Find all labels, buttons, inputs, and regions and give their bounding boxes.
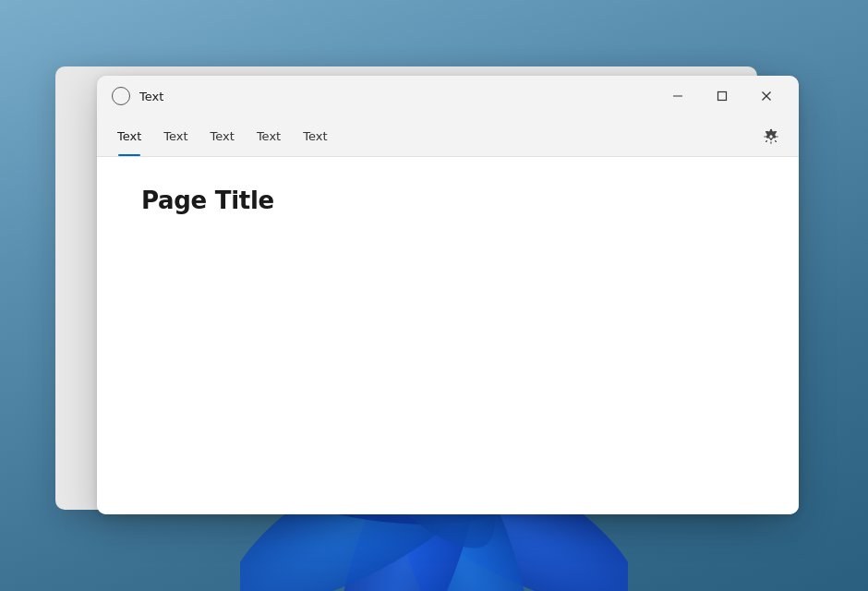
settings-button[interactable] [754, 120, 788, 153]
nav-bar: Text Text Text Text Text [97, 116, 799, 157]
minimize-button[interactable] [657, 81, 699, 111]
nav-tab-4[interactable]: Text [247, 124, 290, 149]
title-bar: Text [97, 76, 799, 116]
svg-rect-10 [718, 92, 727, 101]
title-bar-left: Text [112, 87, 657, 105]
page-title: Page Title [141, 187, 754, 214]
app-icon [112, 87, 130, 105]
nav-tab-2[interactable]: Text [154, 124, 197, 149]
nav-tab-1[interactable]: Text [108, 124, 151, 149]
maximize-button[interactable] [701, 81, 743, 111]
nav-tabs: Text Text Text Text Text [108, 124, 754, 149]
nav-tab-3[interactable]: Text [201, 124, 244, 149]
gear-icon [763, 128, 779, 145]
nav-tab-5[interactable]: Text [294, 124, 336, 149]
main-window: Text Text Text [97, 76, 799, 514]
close-button[interactable] [745, 81, 788, 111]
window-controls [657, 81, 788, 111]
app-title: Text [139, 90, 163, 103]
content-area: Page Title [97, 157, 799, 514]
